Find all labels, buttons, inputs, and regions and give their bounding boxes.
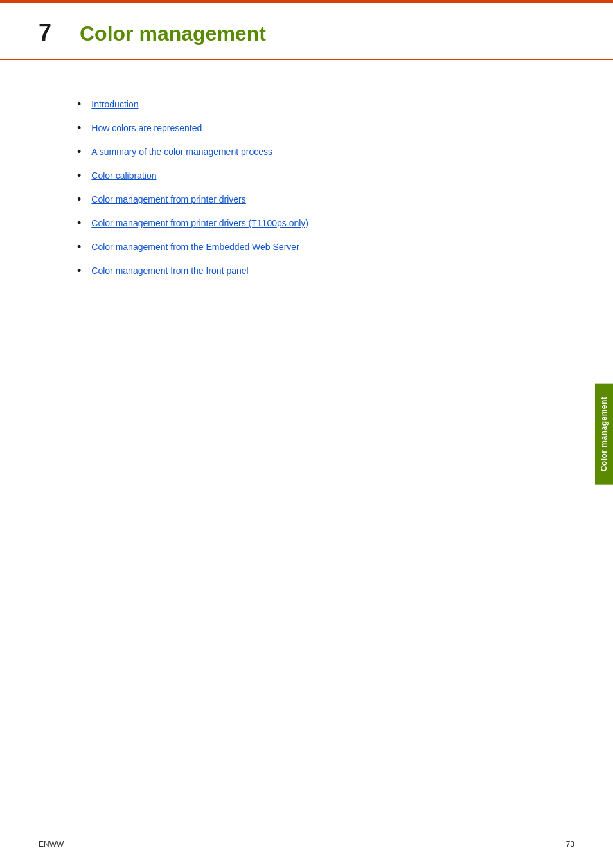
toc-link-printer-drivers-t1100ps[interactable]: Color management from printer drivers (T… <box>91 218 308 228</box>
bullet-icon: • <box>77 264 81 278</box>
toc-list: • Introduction • How colors are represen… <box>77 99 574 278</box>
chapter-title-row: 7 Color management <box>39 19 574 46</box>
chapter-number: 7 <box>39 19 64 46</box>
bullet-icon: • <box>77 98 81 111</box>
list-item: • Color management from the Embedded Web… <box>77 242 574 254</box>
list-item: • Color management from the front panel <box>77 266 574 278</box>
page-container: 7 Color management • Introduction • How … <box>0 0 613 868</box>
footer-enww: ENWW <box>39 840 64 849</box>
list-item: • A summary of the color management proc… <box>77 147 574 159</box>
toc-link-introduction[interactable]: Introduction <box>91 99 138 109</box>
toc-container: • Introduction • How colors are represen… <box>0 99 613 278</box>
list-item: • Color calibration <box>77 170 574 183</box>
bullet-icon: • <box>77 122 81 135</box>
list-item: • Color management from printer drivers … <box>77 218 574 230</box>
toc-link-embedded-web-server[interactable]: Color management from the Embedded Web S… <box>91 242 299 252</box>
bullet-icon: • <box>77 145 81 159</box>
chapter-title: Color management <box>80 22 266 46</box>
sidebar-label: Color management <box>600 397 609 472</box>
bullet-icon: • <box>77 240 81 254</box>
footer-page-number: 73 <box>566 840 574 849</box>
top-accent-line <box>0 0 613 3</box>
list-item: • Color management from printer drivers <box>77 194 574 206</box>
toc-link-printer-drivers[interactable]: Color management from printer drivers <box>91 194 245 204</box>
toc-link-how-colors[interactable]: How colors are represented <box>91 123 202 133</box>
right-sidebar: Color management <box>595 384 613 485</box>
bullet-icon: • <box>77 193 81 206</box>
list-item: • How colors are represented <box>77 123 574 135</box>
toc-link-calibration[interactable]: Color calibration <box>91 170 156 181</box>
list-item: • Introduction <box>77 99 574 111</box>
page-footer: ENWW 73 <box>0 840 613 849</box>
bullet-icon: • <box>77 217 81 230</box>
bullet-icon: • <box>77 169 81 183</box>
toc-link-summary[interactable]: A summary of the color management proces… <box>91 147 272 157</box>
toc-link-front-panel[interactable]: Color management from the front panel <box>91 266 248 276</box>
chapter-header: 7 Color management <box>0 0 613 60</box>
